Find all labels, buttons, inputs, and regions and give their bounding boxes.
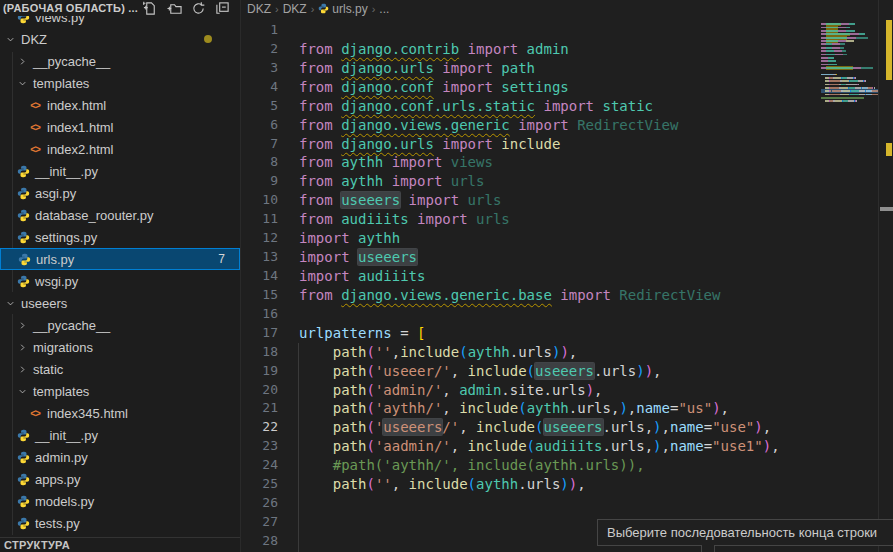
code-line-10[interactable]: from useeers import urls	[299, 191, 820, 210]
code-line-1[interactable]	[299, 21, 820, 40]
code-line-13[interactable]: import useeers	[299, 248, 820, 267]
tree-item-wsgi-py[interactable]: wsgi.py	[0, 270, 240, 292]
minimap-line	[838, 30, 846, 32]
line-number: 15	[241, 286, 278, 305]
line-number: 11	[241, 210, 278, 229]
line-number: 13	[241, 248, 278, 267]
breadcrumb: DKZ›DKZ›urls.py›...	[247, 0, 389, 17]
tree-item-admin-py[interactable]: admin.py	[0, 446, 240, 468]
line-number: 14	[241, 267, 278, 286]
code-line-5[interactable]: from django.conf.urls.static import stat…	[299, 97, 820, 116]
python-file-icon	[16, 187, 30, 200]
tree-item-tests-py[interactable]: tests.py	[0, 512, 240, 534]
new-file-icon[interactable]	[143, 1, 158, 16]
tree-item--pycache-[interactable]: __pycache__	[0, 50, 240, 72]
line-number: 18	[241, 343, 278, 362]
overview-ruler[interactable]	[879, 0, 893, 552]
code-line-3[interactable]: from django.urls import path	[299, 59, 820, 78]
tooltip-text: Выберите последовательность конца строки	[607, 525, 877, 540]
code-line-12[interactable]: import aythh	[299, 229, 820, 248]
tree-item--init-py[interactable]: __init__.py	[0, 424, 240, 446]
minimap-line	[826, 40, 838, 42]
breadcrumb-item[interactable]: ...	[379, 2, 389, 16]
minimap-line	[821, 97, 864, 99]
code-line-19[interactable]: path('useeer/', include(useeers.urls)),	[299, 362, 820, 381]
code-line-2[interactable]: from django.contrib import admin	[299, 40, 820, 59]
outline-section-header[interactable]: СТРУКТУРА	[0, 537, 240, 552]
code-line-16[interactable]	[299, 305, 820, 324]
explorer-section-header[interactable]: (РАБОЧАЯ ОБЛАСТЬ) ...	[0, 0, 240, 16]
code-line-24[interactable]: #path('aythh/', include(aythh.urls)),	[299, 456, 820, 475]
code-editor[interactable]: DKZ›DKZ›urls.py›... 12345678910111213141…	[241, 0, 893, 552]
minimap-line	[821, 60, 828, 62]
code-line-26[interactable]	[299, 494, 820, 513]
python-icon	[318, 3, 329, 14]
tree-item-label: useeers	[21, 296, 67, 311]
minimap-line	[840, 43, 845, 45]
refresh-icon	[191, 1, 206, 16]
tree-item-useeers[interactable]: useeers	[0, 292, 240, 314]
breadcrumb-item[interactable]: DKZ	[283, 2, 307, 16]
code-line-18[interactable]: path('',include(aythh.urls)),	[299, 343, 820, 362]
code-line-11[interactable]: from audiiits import urls	[299, 210, 820, 229]
code-line-23[interactable]: path('aadmin/', include(audiiits.urls,),…	[299, 437, 820, 456]
code-line-21[interactable]: path('aythh/', include(aythh.urls,),name…	[299, 399, 820, 418]
tree-item-migrations[interactable]: migrations	[0, 336, 240, 358]
code-line-20[interactable]: path('admin/', admin.site.urls),	[299, 381, 820, 400]
minimap-line	[841, 87, 848, 89]
new-folder-icon[interactable]	[167, 1, 182, 16]
tree-item--pycache-[interactable]: __pycache__	[0, 314, 240, 336]
code-line-6[interactable]: from django.views.generic import Redirec…	[299, 116, 820, 135]
python-file-icon	[16, 165, 30, 178]
tree-item-apps-py[interactable]: apps.py	[0, 468, 240, 490]
tree-item-dkz[interactable]: DKZ	[0, 28, 240, 50]
breadcrumb-item[interactable]: urls.py	[318, 2, 367, 16]
minimap-line	[846, 84, 857, 86]
code-line-25[interactable]: path('', include(aythh.urls)),	[299, 475, 820, 494]
minimap-line	[828, 57, 833, 59]
minimap-line	[856, 37, 869, 39]
tree-item-label: urls.py	[36, 252, 74, 267]
minimap-line	[835, 54, 843, 56]
tree-item-static[interactable]: static	[0, 358, 240, 380]
code-line-22[interactable]: path('useeers/', include(useeers.urls,),…	[299, 418, 820, 437]
minimap-line	[874, 87, 875, 89]
tree-item-urls-py[interactable]: urls.py7	[0, 248, 240, 270]
breadcrumb-item[interactable]: DKZ	[247, 2, 271, 16]
tree-item-index1-html[interactable]: <>index1.html	[0, 116, 240, 138]
refresh-icon[interactable]	[191, 1, 206, 16]
code-content[interactable]: from django.contrib import adminfrom dja…	[299, 21, 820, 551]
line-number: 28	[241, 532, 278, 551]
tree-item-database-roouter-py[interactable]: database_roouter.py	[0, 204, 240, 226]
code-line-7[interactable]: from django.urls import include	[299, 135, 820, 154]
line-number: 6	[241, 116, 278, 135]
minimap-line	[835, 100, 842, 102]
python-icon	[17, 495, 30, 508]
minimap-line	[828, 64, 836, 66]
code-line-4[interactable]: from django.conf import settings	[299, 78, 820, 97]
tree-item-templates[interactable]: templates	[0, 380, 240, 402]
tree-item-asgi-py[interactable]: asgi.py	[0, 182, 240, 204]
code-line-9[interactable]: from aythh import urls	[299, 172, 820, 191]
tree-item-settings-py[interactable]: settings.py	[0, 226, 240, 248]
collapse-all-icon[interactable]	[215, 1, 230, 16]
tree-item-index2-html[interactable]: <>index2.html	[0, 138, 240, 160]
minimap-line	[859, 33, 865, 35]
tree-item-templates[interactable]: templates	[0, 72, 240, 94]
minimap[interactable]	[821, 16, 878, 552]
minimap-line	[826, 23, 841, 25]
code-line-15[interactable]: from django.views.generic.base import Re…	[299, 286, 820, 305]
tree-item-index345-html[interactable]: <>index345.html	[0, 402, 240, 424]
tree-item-models-py[interactable]: models.py	[0, 490, 240, 512]
tree-item-index-html[interactable]: <>index.html	[0, 94, 240, 116]
line-number: 7	[241, 135, 278, 154]
code-line-14[interactable]: import audiiits	[299, 267, 820, 286]
code-line-8[interactable]: from aythh import views	[299, 153, 820, 172]
code-line-17[interactable]: urlpatterns = [	[299, 324, 820, 343]
line-number: 5	[241, 97, 278, 116]
chevron-right-icon	[16, 320, 28, 330]
chevron-right-icon	[17, 320, 28, 331]
tree-item--init-py[interactable]: __init__.py	[0, 160, 240, 182]
python-file-icon	[16, 231, 30, 244]
chevron-down-icon	[5, 34, 16, 45]
